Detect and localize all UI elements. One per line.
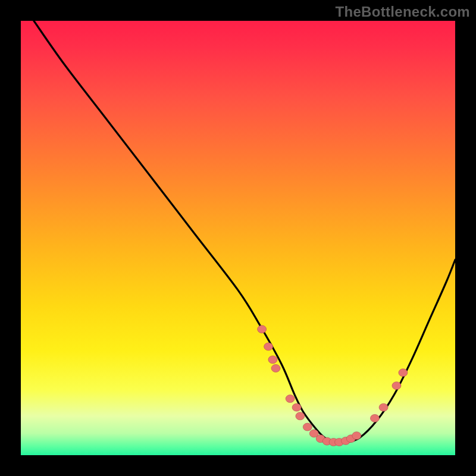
bottleneck-curve	[34, 21, 455, 443]
marker-pt-e	[286, 395, 295, 403]
watermark-text: TheBottleneck.com	[336, 4, 470, 20]
marker-pt-c	[268, 356, 277, 364]
chart-frame: TheBottleneck.com	[0, 0, 476, 476]
marker-pt-b	[264, 343, 273, 350]
marker-pt-q	[370, 414, 379, 422]
marker-pt-r	[379, 403, 388, 411]
marker-pt-t	[399, 369, 408, 377]
marker-pt-h	[303, 423, 312, 431]
data-markers	[258, 325, 408, 446]
marker-pt-s	[392, 382, 401, 390]
plot-area	[21, 21, 455, 455]
marker-pt-g	[296, 412, 305, 420]
marker-pt-f	[292, 403, 301, 411]
marker-pt-p	[352, 432, 361, 440]
marker-pt-a	[258, 325, 267, 333]
marker-pt-d	[271, 365, 280, 372]
curve-svg	[21, 21, 455, 455]
